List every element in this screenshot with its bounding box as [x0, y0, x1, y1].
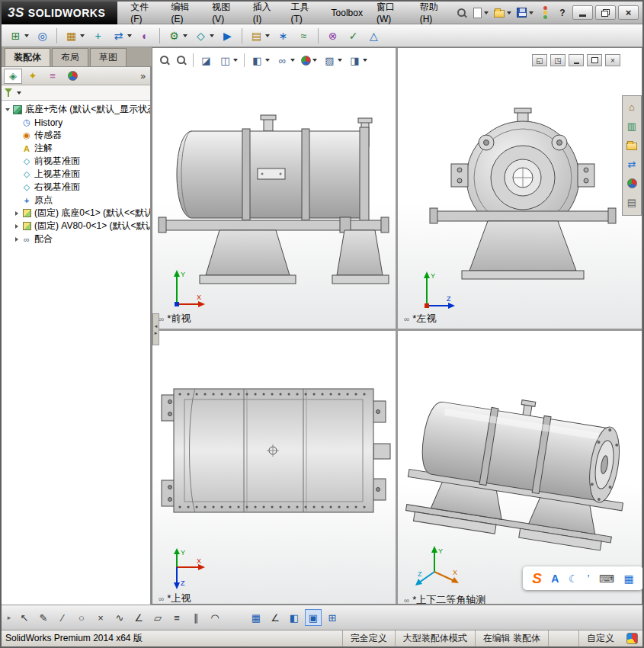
- tree-item-sensors[interactable]: ◉ 传感器: [2, 129, 150, 142]
- panel-overflow-chevron[interactable]: »: [140, 71, 148, 82]
- minimize-button[interactable]: [572, 5, 593, 20]
- tree-item-mates[interactable]: ∞ 配合: [2, 233, 150, 245]
- options-button[interactable]: [537, 5, 553, 21]
- hide-show-items-icon[interactable]: ∞: [274, 52, 297, 69]
- filter-caret-icon[interactable]: [17, 91, 21, 95]
- appearances-icon[interactable]: [624, 176, 639, 190]
- menu-tools[interactable]: 工具(T): [284, 2, 324, 24]
- propertymanager-tab-icon[interactable]: ✦: [24, 69, 42, 84]
- new-motion-study-button[interactable]: ▶: [218, 27, 237, 45]
- search-icon[interactable]: [454, 5, 469, 21]
- view-palette-icon[interactable]: ⇄: [624, 157, 639, 171]
- assemblyxpert-button[interactable]: ✓: [344, 27, 363, 45]
- menu-view[interactable]: 视图(V): [205, 2, 246, 24]
- solidworks-resources-icon[interactable]: ⌂: [624, 100, 639, 114]
- exploded-view-button[interactable]: ∗: [274, 27, 293, 45]
- viewport-vertical-splitter[interactable]: [396, 48, 398, 604]
- tab-assembly[interactable]: 装配体: [5, 48, 50, 66]
- offset-entities-icon[interactable]: ∥: [187, 609, 204, 626]
- file-explorer-icon[interactable]: [624, 138, 639, 152]
- expander-icon[interactable]: [4, 106, 11, 114]
- status-custom[interactable]: 自定义: [578, 630, 622, 646]
- convert-entities-icon[interactable]: ≡: [168, 609, 185, 626]
- menu-window[interactable]: 窗口(W): [370, 2, 413, 24]
- table-icon[interactable]: ⊞: [324, 609, 341, 626]
- new-document-button[interactable]: [472, 5, 490, 21]
- featuremanager-tab-icon[interactable]: ◈: [4, 69, 22, 84]
- save-button[interactable]: [515, 5, 535, 21]
- insert-components-button[interactable]: ⊞: [6, 27, 31, 45]
- soft-keyboard-icon[interactable]: ⌨: [599, 573, 614, 585]
- menu-insert[interactable]: 插入(I): [246, 2, 284, 24]
- viewport-left[interactable]: Y Z ∞ *左视: [398, 48, 642, 329]
- tree-item-base-component[interactable]: (固定) 底座0<1> (默认<<默认: [2, 207, 150, 220]
- toolbox-icon[interactable]: ▦: [624, 573, 634, 585]
- open-button[interactable]: [492, 5, 513, 21]
- tab-sketch[interactable]: 草图: [90, 48, 127, 66]
- apply-scene-icon[interactable]: ▨: [321, 52, 344, 69]
- doc-minimize-button[interactable]: [569, 54, 584, 66]
- line-icon[interactable]: ∕: [54, 609, 71, 626]
- tree-item-right-plane[interactable]: ◇ 右视基准面: [2, 181, 150, 194]
- linear-component-pattern-button[interactable]: ▦: [62, 27, 87, 45]
- edit-appearance-icon[interactable]: [299, 52, 319, 69]
- section-view-icon[interactable]: ◪: [197, 52, 215, 69]
- view-orientation-icon[interactable]: ◫: [216, 52, 240, 69]
- status-large-assembly-mode[interactable]: 大型装配体模式: [395, 630, 475, 646]
- instant3d-button[interactable]: △: [364, 27, 383, 45]
- smart-fasteners-button[interactable]: +: [88, 27, 107, 45]
- viewport-isometric[interactable]: Y X Z ∞ *上下二等角轴测: [398, 331, 642, 605]
- spline-icon[interactable]: ∿: [111, 609, 128, 626]
- menu-toolbox[interactable]: Toolbox: [325, 2, 370, 24]
- viewport-preview-icon[interactable]: ◳: [550, 54, 566, 66]
- move-component-button[interactable]: ⇄: [109, 27, 134, 45]
- viewport-front[interactable]: Y X ∞ *前视: [152, 48, 396, 329]
- select-icon[interactable]: ↖: [16, 609, 33, 626]
- quick-tips-icon[interactable]: [626, 633, 638, 644]
- menu-edit[interactable]: 编辑(E): [164, 2, 205, 24]
- angle-snap-icon[interactable]: ∠: [267, 609, 284, 626]
- doc-close-button[interactable]: ×: [605, 54, 620, 66]
- english-mode-icon[interactable]: A: [551, 573, 559, 585]
- overflow-chevron-icon[interactable]: ▸: [5, 609, 14, 626]
- tree-item-history[interactable]: ◷ History: [2, 116, 150, 129]
- mate-button[interactable]: ◎: [33, 27, 52, 45]
- tree-item-front-plane[interactable]: ◇ 前视基准面: [2, 155, 150, 168]
- trim-entities-icon[interactable]: ×: [92, 609, 109, 626]
- zoom-fit-icon[interactable]: [157, 52, 172, 69]
- close-button[interactable]: ×: [618, 5, 639, 20]
- restore-button[interactable]: [595, 5, 616, 20]
- viewport-two-icon[interactable]: ◧: [286, 609, 303, 626]
- punctuation-icon[interactable]: ’: [588, 573, 590, 585]
- show-hidden-components-button[interactable]: ◐: [136, 27, 155, 45]
- sketch-icon[interactable]: ✎: [35, 609, 52, 626]
- night-mode-icon[interactable]: ☾: [569, 573, 578, 585]
- filter-icon[interactable]: [4, 88, 14, 98]
- bill-of-materials-button[interactable]: ▤: [247, 27, 272, 45]
- viewport-layout-icon[interactable]: ◱: [532, 54, 547, 66]
- tree-root-assembly[interactable]: 底座+壳体 (默认<默认_显示状态: [2, 103, 150, 116]
- assembly-features-button[interactable]: ⚙: [165, 27, 190, 45]
- expander-icon[interactable]: [13, 236, 21, 243]
- smart-dimension-icon[interactable]: ∠: [130, 609, 147, 626]
- design-library-icon[interactable]: ▥: [624, 119, 639, 133]
- rectangle-icon[interactable]: ▱: [149, 609, 166, 626]
- viewport-four-icon[interactable]: ▣: [305, 609, 322, 626]
- sogou-logo-icon[interactable]: S: [532, 570, 542, 587]
- reference-geometry-button[interactable]: ◇: [191, 27, 216, 45]
- custom-properties-icon[interactable]: ▤: [624, 195, 639, 209]
- grid-snap-icon[interactable]: ▦: [248, 609, 264, 626]
- circle-icon[interactable]: ○: [73, 609, 90, 626]
- tab-layout[interactable]: 布局: [52, 48, 88, 66]
- arc-icon[interactable]: ◠: [207, 609, 223, 626]
- tree-item-top-plane[interactable]: ◇ 上视基准面: [2, 168, 150, 181]
- expander-icon[interactable]: [13, 210, 21, 217]
- tree-item-origin[interactable]: + 原点: [2, 194, 150, 207]
- expander-icon[interactable]: [13, 223, 21, 230]
- configurationmanager-tab-icon[interactable]: ≡: [43, 69, 62, 84]
- panel-collapse-handle[interactable]: ◂▸: [152, 313, 159, 345]
- tree-item-av80-component[interactable]: (固定) AV80-0<1> (默认<默认: [2, 220, 150, 233]
- displaymanager-tab-icon[interactable]: [63, 69, 82, 84]
- zoom-area-icon[interactable]: [174, 52, 189, 69]
- help-button[interactable]: ?: [555, 5, 570, 21]
